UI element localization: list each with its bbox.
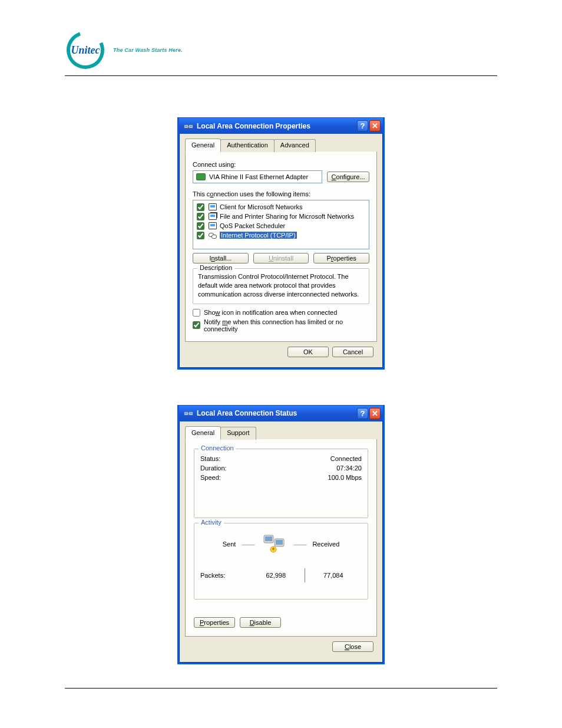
footer-rule xyxy=(65,688,497,689)
item-label: QoS Packet Scheduler xyxy=(220,222,285,229)
list-item[interactable]: Client for Microsoft Networks xyxy=(196,202,366,212)
client-icon xyxy=(209,203,217,211)
activity-icon xyxy=(260,531,287,558)
tab-authentication[interactable]: Authentication xyxy=(220,139,275,152)
fileshare-icon xyxy=(209,212,217,220)
properties-button[interactable]: Properties xyxy=(194,617,235,628)
item-checkbox[interactable] xyxy=(197,213,204,220)
network-icon xyxy=(184,409,193,418)
connect-using-label: Connect using: xyxy=(193,161,369,168)
configure-button[interactable]: Configure... xyxy=(327,172,369,182)
item-checkbox[interactable] xyxy=(197,222,204,230)
nic-icon xyxy=(196,173,206,180)
connection-legend: Connection xyxy=(199,444,236,452)
svg-rect-13 xyxy=(276,540,283,545)
tab-support[interactable]: Support xyxy=(220,427,256,440)
item-checkbox[interactable] xyxy=(197,232,204,239)
dialog-title: Local Area Connection Properties xyxy=(197,122,356,130)
tab-strip: General Authentication Advanced xyxy=(185,139,377,152)
connection-group: Connection Status: Connected Duration: 0… xyxy=(194,449,368,518)
duration-label: Duration: xyxy=(200,465,227,472)
tab-general[interactable]: General xyxy=(185,139,221,151)
list-item[interactable]: QoS Packet Scheduler xyxy=(196,221,366,230)
tab-advanced[interactable]: Advanced xyxy=(274,139,316,152)
show-icon-checkbox[interactable] xyxy=(193,309,200,317)
help-button[interactable]: ? xyxy=(357,120,368,131)
brand-tagline: The Car Wash Starts Here. xyxy=(113,47,183,53)
svg-rect-5 xyxy=(190,126,192,127)
ok-button[interactable]: OK xyxy=(287,347,329,357)
packets-label: Packets: xyxy=(200,572,247,579)
show-icon-label: Show icon in notification area when conn… xyxy=(204,309,337,316)
list-item[interactable]: File and Printer Sharing for Microsoft N… xyxy=(196,212,366,221)
connection-status-dialog: Local Area Connection Status ? ✕ General… xyxy=(177,405,385,664)
item-checkbox[interactable] xyxy=(197,203,204,211)
svg-rect-15 xyxy=(273,548,275,550)
description-legend: Description xyxy=(197,264,234,271)
tcpip-icon xyxy=(209,231,217,239)
svg-rect-9 xyxy=(190,413,192,414)
svg-rect-11 xyxy=(265,536,272,541)
uninstall-button: Uninstall xyxy=(253,253,309,263)
item-label: File and Printer Sharing for Microsoft N… xyxy=(220,213,354,220)
titlebar[interactable]: Local Area Connection Properties ? ✕ xyxy=(179,117,383,134)
svg-text:Unitec: Unitec xyxy=(71,44,100,56)
properties-button[interactable]: Properties xyxy=(313,253,369,263)
activity-legend: Activity xyxy=(199,519,224,526)
svg-rect-7 xyxy=(185,413,187,414)
page-header: Unitec The Car Wash Starts Here. xyxy=(65,29,497,76)
speed-label: Speed: xyxy=(200,474,221,481)
tab-general[interactable]: General xyxy=(185,426,221,439)
qos-icon xyxy=(209,222,217,230)
duration-value: 07:34:20 xyxy=(336,465,362,472)
item-label: Client for Microsoft Networks xyxy=(220,203,303,210)
speed-value: 100.0 Mbps xyxy=(328,474,362,481)
install-button[interactable]: Install... xyxy=(193,253,249,263)
notify-label: Notify me when this connection has limit… xyxy=(204,318,369,332)
packets-sent: 62,998 xyxy=(247,572,305,579)
received-label: Received xyxy=(312,541,339,548)
adapter-name: VIA Rhine II Fast Ethernet Adapter xyxy=(209,173,308,180)
description-group: Description Transmission Control Protoco… xyxy=(193,268,369,304)
close-button[interactable]: ✕ xyxy=(369,408,381,419)
svg-rect-3 xyxy=(185,126,187,127)
titlebar[interactable]: Local Area Connection Status ? ✕ xyxy=(179,405,383,421)
activity-group: Activity Sent —— xyxy=(194,523,368,599)
list-item[interactable]: Internet Protocol (TCP/IP) xyxy=(196,230,366,240)
help-button[interactable]: ? xyxy=(357,408,368,419)
packets-received: 77,084 xyxy=(305,572,362,579)
item-label: Internet Protocol (TCP/IP) xyxy=(220,232,297,239)
dialog-title: Local Area Connection Status xyxy=(197,409,356,417)
adapter-field[interactable]: VIA Rhine II Fast Ethernet Adapter xyxy=(193,170,322,183)
cancel-button[interactable]: Cancel xyxy=(332,347,373,357)
items-label: This connection uses the following items… xyxy=(193,190,369,197)
disable-button[interactable]: Disable xyxy=(240,617,281,628)
brand-logo: Unitec xyxy=(65,29,106,71)
network-icon xyxy=(184,121,193,131)
status-value: Connected xyxy=(330,455,362,462)
close-button[interactable]: ✕ xyxy=(369,120,381,131)
status-label: Status: xyxy=(200,455,220,462)
sent-label: Sent xyxy=(223,541,236,548)
connection-properties-dialog: Local Area Connection Properties ? ✕ Gen… xyxy=(177,117,385,370)
items-listbox[interactable]: Client for Microsoft Networks File and P… xyxy=(193,200,369,249)
notify-checkbox[interactable] xyxy=(193,321,200,329)
description-text: Transmission Control Protocol/Internet P… xyxy=(198,272,364,299)
close-dialog-button[interactable]: Close xyxy=(332,641,373,652)
tab-strip: General Support xyxy=(185,426,377,440)
